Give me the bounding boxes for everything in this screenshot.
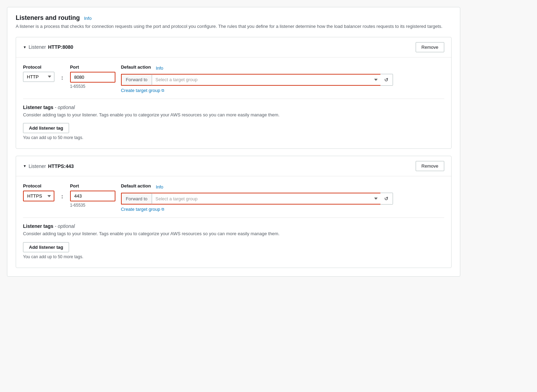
protocol-2-field: Protocol HTTP HTTPS (23, 183, 54, 201)
port-1-hint: 1-65535 (70, 84, 115, 89)
listener-1-tags-desc: Consider adding tags to your listener. T… (23, 112, 444, 118)
listener-2-tags-section: Listener tags - optional Consider adding… (23, 223, 444, 259)
listener-2-header: ▼ Listener HTTPS:443 Remove (16, 156, 451, 176)
divider-2 (23, 217, 444, 218)
refresh-1-icon: ↺ (384, 77, 388, 83)
default-action-2-label: Default action (121, 183, 151, 189)
action-wrapper-1: Forward to Select a target group ↺ (121, 74, 444, 86)
listener-2-title-row: ▼ Listener HTTPS:443 (23, 163, 74, 169)
divider-1 (23, 99, 444, 99)
refresh-1-button[interactable]: ↺ (380, 74, 393, 86)
target-group-2-select[interactable]: Select a target group (152, 193, 380, 205)
external-link-1-icon: ⧉ (161, 88, 164, 93)
section-info-link[interactable]: Info (84, 16, 92, 21)
protocol-2-select[interactable]: HTTP HTTPS (23, 191, 54, 201)
port-2-hint: 1-65535 (70, 203, 115, 208)
colon-1: : (60, 75, 65, 80)
port-1-field: Port 1-65535 (70, 64, 115, 89)
listener-card-2: ▼ Listener HTTPS:443 Remove Protocol HTT… (16, 156, 452, 268)
protocol-1-field: Protocol HTTP HTTPS (23, 64, 54, 82)
protocol-1-label: Protocol (23, 64, 54, 70)
port-1-label: Port (70, 64, 115, 70)
listener-2-value: HTTPS:443 (48, 163, 74, 169)
page-container: Listeners and routing Info A listener is… (7, 7, 460, 277)
listener-1-form-row: Protocol HTTP HTTPS : Port 1-65535 Def (23, 64, 444, 93)
refresh-2-button[interactable]: ↺ (380, 193, 393, 205)
default-action-1-label-row: Default action Info (121, 64, 444, 72)
protocol-1-select[interactable]: HTTP HTTPS (23, 72, 54, 82)
listener-2-form-row: Protocol HTTP HTTPS : Port 1-65535 Def (23, 183, 444, 212)
target-group-1-select[interactable]: Select a target group (152, 74, 380, 86)
default-action-2-info-link[interactable]: Info (156, 184, 164, 190)
refresh-2-icon: ↺ (384, 196, 388, 201)
external-link-2-icon: ⧉ (161, 207, 164, 212)
add-listener-2-tag-button[interactable]: Add listener tag (23, 242, 69, 252)
listener-1-tag-limit: You can add up to 50 more tags. (23, 135, 444, 140)
remove-listener-2-button[interactable]: Remove (416, 161, 444, 171)
default-action-1-info-link[interactable]: Info (156, 66, 164, 71)
listener-2-tags-desc: Consider adding tags to your listener. T… (23, 230, 444, 237)
colon-2: : (60, 194, 65, 199)
listener-1-tags-title: Listener tags - optional (23, 105, 444, 110)
listener-2-tags-title: Listener tags - optional (23, 223, 444, 229)
listener-1-title-row: ▼ Listener HTTP:8080 (23, 44, 73, 50)
collapse-icon-2[interactable]: ▼ (23, 164, 27, 168)
collapse-icon-1[interactable]: ▼ (23, 45, 27, 49)
listener-1-body: Protocol HTTP HTTPS : Port 1-65535 Def (16, 57, 451, 149)
action-wrapper-2: Forward to Select a target group ↺ (121, 193, 444, 205)
forward-to-2-label: Forward to (121, 193, 152, 205)
default-action-1-field: Default action Info Forward to Select a … (121, 64, 444, 93)
port-2-input[interactable] (70, 191, 115, 201)
listener-card-1: ▼ Listener HTTP:8080 Remove Protocol HTT… (16, 37, 452, 149)
listener-1-value: HTTP:8080 (48, 44, 73, 50)
create-target-2-text: Create target group (121, 207, 160, 212)
default-action-2-field: Default action Info Forward to Select a … (121, 183, 444, 212)
port-1-input[interactable] (70, 72, 115, 83)
forward-combined-1: Forward to Select a target group ↺ (121, 74, 393, 86)
listener-2-tag-limit: You can add up to 50 more tags. (23, 254, 444, 259)
create-target-1-link[interactable]: Create target group ⧉ (121, 88, 444, 93)
create-target-1-text: Create target group (121, 88, 160, 93)
section-title: Listeners and routing (16, 14, 80, 21)
default-action-1-label: Default action (121, 64, 151, 70)
remove-listener-1-button[interactable]: Remove (416, 42, 444, 52)
create-target-2-link[interactable]: Create target group ⧉ (121, 207, 444, 212)
listener-1-tags-section: Listener tags - optional Consider adding… (23, 105, 444, 140)
add-listener-1-tag-button[interactable]: Add listener tag (23, 123, 69, 133)
port-2-label: Port (70, 183, 115, 189)
port-2-field: Port 1-65535 (70, 183, 115, 208)
forward-to-1-label: Forward to (121, 74, 152, 86)
listener-2-label: Listener (29, 163, 46, 169)
forward-combined-2: Forward to Select a target group ↺ (121, 193, 393, 205)
protocol-2-label: Protocol (23, 183, 54, 189)
listener-1-label: Listener (29, 44, 46, 50)
listener-1-header: ▼ Listener HTTP:8080 Remove (16, 37, 451, 57)
section-description: A listener is a process that checks for … (16, 23, 452, 30)
section-header: Listeners and routing Info A listener is… (16, 14, 452, 30)
default-action-2-label-row: Default action Info (121, 183, 444, 191)
listener-2-body: Protocol HTTP HTTPS : Port 1-65535 Def (16, 176, 451, 268)
